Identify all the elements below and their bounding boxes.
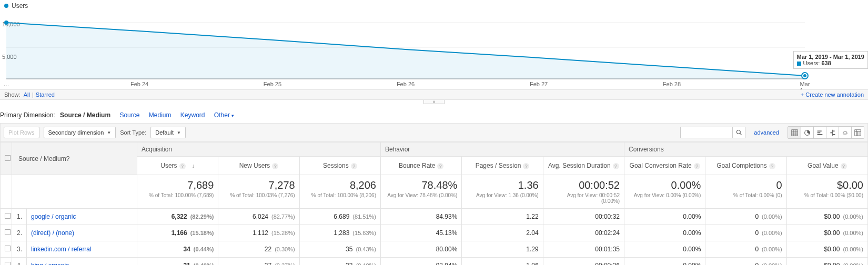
column-header-goal-conversion-rate[interactable]: Goal Conversion Rate? — [624, 157, 705, 175]
svg-marker-3 — [6, 23, 805, 79]
view-pie-icon[interactable] — [801, 127, 813, 138]
help-icon[interactable]: ? — [841, 163, 847, 169]
metric-cell: 0.00% — [624, 225, 705, 241]
view-mode-bar — [788, 126, 864, 139]
svg-rect-17 — [817, 134, 823, 135]
primary-dimension-row: Primary Dimension: Source / Medium Sourc… — [0, 104, 868, 123]
summary-cell: 7,278% of Total: 100.03% (7,276) — [218, 175, 299, 209]
create-annotation-link[interactable]: + Create new annotation — [801, 91, 864, 98]
show-starred-link[interactable]: Starred — [36, 91, 55, 98]
view-pivot-icon[interactable] — [851, 127, 864, 138]
group-conversions: Conversions — [624, 142, 867, 157]
metric-cell: $0.00(0.00%) — [786, 209, 867, 225]
source-medium-link[interactable]: (direct) / (none) — [31, 229, 74, 237]
help-icon[interactable]: ? — [523, 163, 529, 169]
dimension-other[interactable]: Other ▾ — [214, 111, 234, 119]
column-header-sessions[interactable]: Sessions? — [299, 157, 380, 175]
source-medium-link[interactable]: google / organic — [31, 213, 76, 220]
metric-cell: 00:00:32 — [543, 209, 624, 225]
select-all-checkbox[interactable] — [5, 155, 11, 161]
help-icon[interactable]: ? — [66, 155, 70, 162]
chevron-down-icon: ▼ — [107, 130, 111, 135]
row-checkbox[interactable] — [5, 262, 11, 265]
metric-cell: 1.29 — [462, 241, 543, 258]
help-icon[interactable]: ? — [351, 163, 357, 169]
metric-cell: $0.00(0.00%) — [786, 258, 867, 266]
expand-collapse-tab[interactable]: ▴ — [423, 100, 445, 104]
svg-rect-19 — [833, 130, 835, 131]
dimension-source[interactable]: Source — [119, 111, 139, 119]
column-header-goal-value[interactable]: Goal Value? — [786, 157, 867, 175]
row-checkbox[interactable] — [5, 229, 11, 235]
sort-type-dropdown[interactable]: Default▼ — [150, 127, 186, 138]
view-cloud-icon[interactable] — [839, 127, 851, 138]
metric-cell: 00:01:35 — [543, 241, 624, 258]
help-icon[interactable]: ? — [437, 163, 443, 169]
row-checkbox-cell — [1, 258, 12, 266]
chart-point-end[interactable] — [801, 72, 809, 79]
dimension-column-header[interactable]: Source / Medium? — [12, 142, 137, 175]
column-header-new-users[interactable]: New Users? — [218, 157, 299, 175]
summary-cell: 1.36Avg for View: 1.36 (0.00%) — [462, 175, 543, 209]
table-toolbar: Plot Rows Secondary dimension▼ Sort Type… — [0, 123, 868, 142]
secondary-dimension-dropdown[interactable]: Secondary dimension▼ — [44, 127, 116, 138]
svg-point-4 — [4, 21, 8, 25]
column-header-goal-completions[interactable]: Goal Completions? — [705, 157, 786, 175]
summary-cell: 00:00:52Avg for View: 00:00:52 (0.00%) — [543, 175, 624, 209]
help-icon[interactable]: ? — [613, 163, 619, 169]
summary-cell: $0.00% of Total: 0.00% ($0.00) — [786, 175, 867, 209]
dimension-keyword[interactable]: Keyword — [180, 111, 205, 119]
metric-cell: 0.00% — [624, 209, 705, 225]
row-checkbox[interactable] — [5, 246, 11, 251]
help-icon[interactable]: ? — [179, 163, 186, 169]
view-comparison-icon[interactable] — [826, 127, 839, 138]
x-label-2: Feb 25 — [264, 81, 281, 87]
checkbox-header — [1, 142, 12, 175]
metric-cell: 6,689(81.51%) — [299, 209, 380, 225]
column-header-avg-session-duration[interactable]: Avg. Session Duration? — [543, 157, 624, 175]
metric-cell: 0.00% — [624, 241, 705, 258]
data-table: Source / Medium? Acquisition Behavior Co… — [0, 142, 868, 265]
metric-cell: 00:00:26 — [543, 258, 624, 266]
source-medium-link[interactable]: linkedin.com / referral — [31, 246, 92, 253]
search-button[interactable] — [733, 127, 745, 138]
metric-cell: 0(0.00%) — [705, 209, 786, 225]
help-icon[interactable]: ? — [769, 163, 775, 169]
chart-plot-area[interactable] — [6, 12, 805, 80]
help-icon[interactable]: ? — [694, 163, 700, 169]
dimension-medium[interactable]: Medium — [149, 111, 171, 119]
show-all-link[interactable]: All — [24, 91, 30, 98]
legend-label: Users — [12, 2, 28, 9]
chart-point-start — [4, 20, 9, 25]
source-medium-link[interactable]: bing / organic — [31, 262, 69, 265]
metric-cell: 22(0.30%) — [218, 241, 299, 258]
metric-cell: 0(0.00%) — [705, 258, 786, 266]
column-header-pages-session[interactable]: Pages / Session? — [462, 157, 543, 175]
secondary-dimension-label: Secondary dimension — [48, 129, 104, 136]
column-header-bounce-rate[interactable]: Bounce Rate? — [381, 157, 462, 175]
show-label: Show: — [4, 91, 21, 98]
row-checkbox[interactable] — [5, 213, 11, 219]
view-bar-icon[interactable] — [813, 127, 826, 138]
row-checkbox-cell — [1, 241, 12, 258]
metric-cell: 93.94% — [381, 258, 462, 266]
svg-rect-9 — [791, 129, 797, 135]
view-table-icon[interactable] — [788, 127, 801, 138]
chart-tooltip: Mar 1, 2019 - Mar 1, 2019 Users: 638 — [793, 51, 868, 69]
dimension-active[interactable]: Source / Medium — [60, 111, 110, 119]
summary-cell: 0% of Total: 0.00% (0) — [705, 175, 786, 209]
annotation-bar: Show: All | Starred + Create new annotat… — [0, 89, 868, 100]
chart-legend: Users — [0, 0, 868, 12]
metric-cell: $0.00(0.00%) — [786, 241, 867, 258]
advanced-link[interactable]: advanced — [754, 129, 779, 136]
column-header-users[interactable]: Users?↓ — [137, 157, 218, 175]
help-icon[interactable]: ? — [272, 163, 278, 169]
x-label-5: Feb 28 — [663, 81, 681, 87]
summary-row: 7,689% of Total: 100.00% (7,689)7,278% o… — [1, 175, 868, 209]
separator: | — [32, 91, 34, 98]
search-input[interactable] — [680, 127, 733, 138]
metric-cell: 34(0.44%) — [137, 241, 218, 258]
source-medium-cell: google / organic — [27, 209, 137, 225]
chart-container: 10,000 5,000 Mar 1, 2019 - Mar 1, 2019 U… — [0, 12, 868, 89]
source-medium-cell: linkedin.com / referral — [27, 241, 137, 258]
